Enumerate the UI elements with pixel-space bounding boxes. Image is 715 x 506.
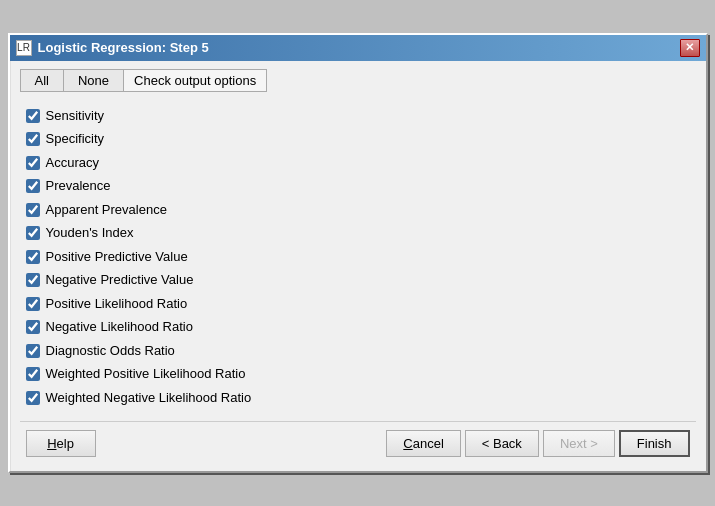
none-button[interactable]: None: [63, 69, 123, 92]
list-item: Weighted Positive Likelihood Ratio: [26, 362, 690, 386]
wplr-label[interactable]: Weighted Positive Likelihood Ratio: [46, 364, 246, 384]
wnlr-label[interactable]: Weighted Negative Likelihood Ratio: [46, 388, 252, 408]
back-button[interactable]: < Back: [465, 430, 539, 457]
list-item: Weighted Negative Likelihood Ratio: [26, 386, 690, 410]
sensitivity-checkbox[interactable]: [26, 109, 40, 123]
check-output-label: Check output options: [123, 69, 267, 92]
checkbox-list: Sensitivity Specificity Accuracy Prevale…: [20, 100, 696, 414]
list-item: Specificity: [26, 127, 690, 151]
sensitivity-label[interactable]: Sensitivity: [46, 106, 105, 126]
apparent-prevalence-checkbox[interactable]: [26, 203, 40, 217]
wplr-checkbox[interactable]: [26, 367, 40, 381]
main-window: LR Logistic Regression: Step 5 ✕ All Non…: [8, 33, 708, 474]
all-button[interactable]: All: [20, 69, 63, 92]
list-item: Positive Likelihood Ratio: [26, 292, 690, 316]
youdens-index-checkbox[interactable]: [26, 226, 40, 240]
list-item: Youden's Index: [26, 221, 690, 245]
list-item: Negative Predictive Value: [26, 268, 690, 292]
list-item: Accuracy: [26, 151, 690, 175]
specificity-checkbox[interactable]: [26, 132, 40, 146]
title-bar: LR Logistic Regression: Step 5 ✕: [10, 35, 706, 61]
list-item: Apparent Prevalence: [26, 198, 690, 222]
footer-buttons: Help Cancel < Back Next > Finish: [20, 421, 696, 463]
list-item: Positive Predictive Value: [26, 245, 690, 269]
list-item: Negative Likelihood Ratio: [26, 315, 690, 339]
prevalence-label[interactable]: Prevalence: [46, 176, 111, 196]
title-bar-left: LR Logistic Regression: Step 5: [16, 40, 209, 56]
nlr-checkbox[interactable]: [26, 320, 40, 334]
list-item: Sensitivity: [26, 104, 690, 128]
list-item: Diagnostic Odds Ratio: [26, 339, 690, 363]
npv-checkbox[interactable]: [26, 273, 40, 287]
npv-label[interactable]: Negative Predictive Value: [46, 270, 194, 290]
finish-button[interactable]: Finish: [619, 430, 690, 457]
window-icon: LR: [16, 40, 32, 56]
dor-checkbox[interactable]: [26, 344, 40, 358]
nlr-label[interactable]: Negative Likelihood Ratio: [46, 317, 193, 337]
ppv-checkbox[interactable]: [26, 250, 40, 264]
next-button[interactable]: Next >: [543, 430, 615, 457]
list-item: Prevalence: [26, 174, 690, 198]
wnlr-checkbox[interactable]: [26, 391, 40, 405]
window-content: All None Check output options Sensitivit…: [10, 61, 706, 472]
help-button[interactable]: Help: [26, 430, 96, 457]
prevalence-checkbox[interactable]: [26, 179, 40, 193]
close-button[interactable]: ✕: [680, 39, 700, 57]
specificity-label[interactable]: Specificity: [46, 129, 105, 149]
plr-label[interactable]: Positive Likelihood Ratio: [46, 294, 188, 314]
ppv-label[interactable]: Positive Predictive Value: [46, 247, 188, 267]
youdens-index-label[interactable]: Youden's Index: [46, 223, 134, 243]
accuracy-label[interactable]: Accuracy: [46, 153, 99, 173]
toolbar: All None Check output options: [20, 69, 696, 92]
accuracy-checkbox[interactable]: [26, 156, 40, 170]
cancel-button[interactable]: Cancel: [386, 430, 460, 457]
apparent-prevalence-label[interactable]: Apparent Prevalence: [46, 200, 167, 220]
plr-checkbox[interactable]: [26, 297, 40, 311]
window-title: Logistic Regression: Step 5: [38, 40, 209, 55]
dor-label[interactable]: Diagnostic Odds Ratio: [46, 341, 175, 361]
